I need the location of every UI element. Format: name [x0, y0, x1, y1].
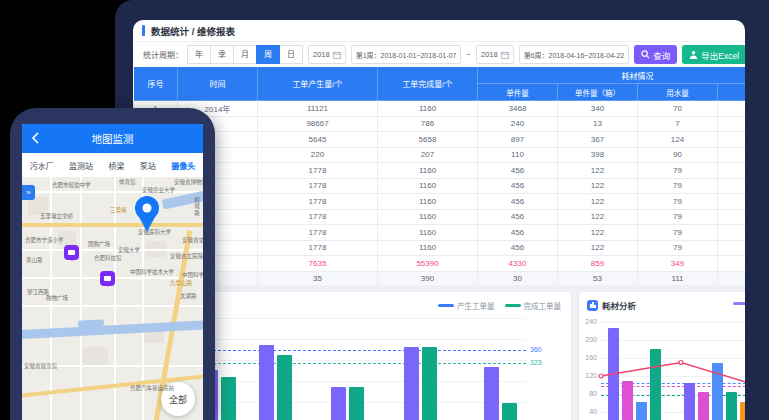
bar-produced	[404, 347, 419, 420]
phone-tab-摄像头[interactable]: 摄像头	[171, 160, 195, 171]
table-cell: 456	[478, 225, 558, 241]
map-label: 安徽省展览馆	[24, 363, 57, 369]
table-cell: 67	[718, 178, 746, 194]
table-cell: 220	[258, 147, 378, 163]
breadcrumb: 数据统计 / 维修报表	[151, 24, 235, 38]
week-to-field[interactable]: 第6周：2018-04-16~2018-04-22	[519, 45, 630, 64]
table-cell: 122	[558, 163, 638, 179]
sub-column-header: 水量	[718, 84, 746, 101]
phone-tab-桥梁[interactable]: 桥梁	[108, 160, 124, 171]
map-label: 体育馆	[119, 179, 136, 185]
table-cell: 90	[638, 147, 718, 163]
chart-title: 耗材分析	[602, 299, 636, 311]
query-button[interactable]: 查询	[634, 45, 677, 64]
desktop-window: 数据统计 / 维修报表 统计周期： 年季月周日 2018 第1周：2018-01…	[133, 20, 745, 420]
table-cell: 122	[558, 194, 638, 210]
period-option-季[interactable]: 季	[210, 45, 234, 64]
column-header: 工单产生量/个	[258, 67, 378, 101]
total-row: 合计763555390433085934933	[134, 256, 746, 272]
table-cell: 124	[638, 132, 718, 148]
phone-tab-泵站[interactable]: 泵站	[140, 160, 156, 171]
table-cell: 240	[478, 116, 558, 132]
camera-marker[interactable]	[64, 245, 79, 260]
table-cell: 67	[718, 240, 746, 256]
table-cell: 79	[638, 209, 718, 225]
map-label: 安徽省立医院	[170, 253, 203, 259]
year-from-select[interactable]: 2018	[308, 45, 346, 64]
period-option-日[interactable]: 日	[279, 45, 303, 64]
phone-tab-监测站[interactable]: 监测站	[69, 160, 93, 171]
column-header: 工单完成量/个	[378, 67, 478, 101]
bar-produced	[259, 345, 274, 420]
table-cell: 456	[478, 163, 558, 179]
week-from-field[interactable]: 第1周：2018-01-01~2018-01-07	[351, 45, 462, 64]
table-cell: 67	[718, 163, 746, 179]
map-label: 桐城路	[194, 197, 200, 217]
map-label: 三里庵	[110, 207, 127, 213]
table-cell: 1160	[378, 178, 478, 194]
table-cell: 1160	[378, 240, 478, 256]
table-cell: 5645	[258, 132, 378, 148]
table-cell: 1778	[258, 178, 378, 194]
table-cell: 1778	[258, 209, 378, 225]
map-label: 安徽大学	[118, 247, 140, 253]
selected-pin-marker[interactable]	[132, 195, 162, 233]
export-excel-button[interactable]: 导出Excel	[682, 45, 745, 64]
column-header: 序号	[134, 67, 178, 101]
table-cell: 67	[718, 225, 746, 241]
map-highway	[22, 223, 203, 227]
calendar-icon	[501, 51, 509, 59]
legend-item: 产生工单量	[438, 300, 495, 311]
bar-completed	[277, 355, 292, 420]
bar-produced	[484, 367, 499, 420]
breadcrumb-bar: 数据统计 / 维修报表	[133, 20, 745, 42]
map-label: 太湖路	[180, 293, 197, 299]
table-cell: 456	[478, 194, 558, 210]
table-cell: 1160	[378, 163, 478, 179]
table-row: 12014年111211160346834070250	[134, 101, 746, 117]
table-cell: 456	[478, 209, 558, 225]
period-option-周[interactable]: 周	[256, 45, 280, 64]
reference-label: 323	[530, 359, 542, 366]
map-road	[22, 249, 203, 251]
trend-line	[601, 316, 745, 420]
table-cell: 367	[558, 132, 638, 148]
table-cell: 7	[638, 116, 718, 132]
charts-row: 产生工单量完成工单量 360323 耗材分析 2402001601208040	[133, 285, 745, 420]
map-expander-button[interactable]: »	[22, 185, 35, 200]
table-cell: 1160	[378, 225, 478, 241]
period-segmented-control[interactable]: 年季月周日	[188, 45, 303, 64]
phone-screen: 地图监测 污水厂监测站桥梁泵站摄像头	[22, 124, 203, 420]
table-row: 9177811604561227967	[134, 225, 746, 241]
y-axis-tick: 40	[581, 408, 597, 415]
sub-column-header: 单件量	[478, 84, 558, 101]
phone-tab-bar: 污水厂监测站桥梁泵站摄像头	[22, 153, 203, 177]
phone-tab-污水厂[interactable]: 污水厂	[30, 160, 54, 171]
legend-item: 完成工单量	[505, 300, 562, 311]
table-cell: 340	[558, 101, 638, 117]
table-cell: 690	[718, 116, 746, 132]
map-label: 合肥市宁溪小学	[25, 237, 64, 243]
year-to-select[interactable]: 2018	[476, 45, 514, 64]
camera-marker[interactable]	[100, 271, 115, 286]
period-option-月[interactable]: 月	[233, 45, 257, 64]
table-cell: 1778	[258, 194, 378, 210]
map-view[interactable]: » 全部 合肥市琥珀中学体育馆安徽农业大学安徽省博物馆桐城路五里墩立交桥三里庵安…	[22, 177, 203, 420]
period-option-年[interactable]: 年	[187, 45, 211, 64]
table-row: 10177811604561227967	[134, 240, 746, 256]
map-label: 五里墩立交桥	[40, 213, 73, 219]
bar-produced	[331, 387, 346, 420]
chart-legend-clipped	[733, 302, 745, 305]
table-cell: 33	[718, 256, 746, 272]
report-table: 序号时间工单产生量/个工单完成量/个耗材情况单件量单件量（箱）用水量水量 120…	[133, 66, 745, 287]
sub-column-header: 单件量（箱）	[558, 84, 638, 101]
phone-title: 地图监测	[92, 131, 134, 146]
map-road	[80, 177, 82, 420]
back-icon[interactable]	[30, 132, 42, 144]
table-cell: 7635	[258, 256, 378, 272]
table-cell: 1778	[258, 240, 378, 256]
table-row: 298667786240137690	[134, 116, 746, 132]
map-label: 合肥汽车客运南站	[130, 385, 174, 391]
map-label: 合肥科技馆	[94, 255, 122, 261]
table-cell: 79	[638, 225, 718, 241]
